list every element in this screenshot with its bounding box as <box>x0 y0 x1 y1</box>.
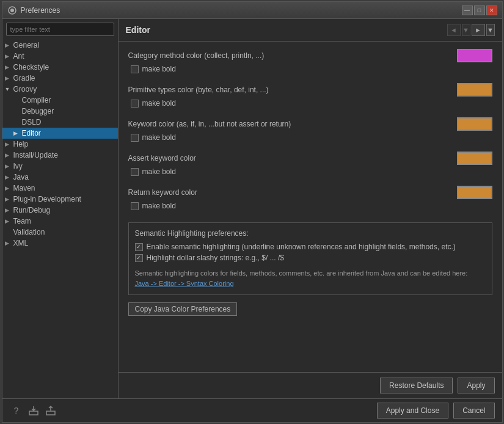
expand-arrow-ivy: ▶ <box>5 163 13 169</box>
restore-defaults-button[interactable]: Restore Defaults <box>380 378 453 393</box>
expand-arrow-team: ▶ <box>5 218 13 224</box>
sidebar-item-gradle[interactable]: ▶ Gradle <box>2 73 118 84</box>
color-label-row: Return keyword color <box>128 186 492 199</box>
color-swatch-keyword[interactable] <box>457 117 492 131</box>
color-row-primitive: Primitive types color (byte, char, def, … <box>128 83 492 108</box>
color-row-return: Return keyword color make bold <box>128 186 492 210</box>
make-bold-label: make bold <box>142 167 176 176</box>
sidebar-item-label: Plug-in Development <box>13 195 81 203</box>
color-row-category-method: Category method color (collect, println,… <box>128 49 492 73</box>
close-button[interactable]: ✕ <box>486 5 497 15</box>
sidebar-item-label: Validation <box>13 228 45 236</box>
syntax-coloring-link[interactable]: Java -> Editor -> Syntax Coloring <box>135 280 234 287</box>
sidebar-item-checkstyle[interactable]: ▶ Checkstyle <box>2 62 118 73</box>
color-swatch-primitive[interactable] <box>457 83 492 97</box>
make-bold-checkbox-assert[interactable] <box>131 168 139 176</box>
expand-arrow-installupdate: ▶ <box>5 152 13 158</box>
forward-dropdown-button[interactable]: ▼ <box>486 24 495 36</box>
sidebar-item-xml[interactable]: ▶ XML <box>2 238 118 249</box>
color-label-assert: Assert keyword color <box>128 154 457 163</box>
sidebar-item-validation[interactable]: Validation <box>2 227 118 238</box>
sidebar: ▶ General ▶ Ant ▶ Checkstyle ▶ Gradle ▼ … <box>2 19 119 398</box>
make-bold-checkbox-return[interactable] <box>131 202 139 210</box>
sidebar-item-team[interactable]: ▶ Team <box>2 216 118 227</box>
sidebar-item-installupdate[interactable]: ▶ Install/Update <box>2 150 118 161</box>
make-bold-checkbox-primitive[interactable] <box>131 100 139 108</box>
sidebar-item-general[interactable]: ▶ General <box>2 40 118 51</box>
semantic-item-dollar: Highlight dollar slashy strings: e.g., $… <box>135 254 486 262</box>
expand-arrow-rundebug: ▶ <box>5 207 13 213</box>
nav-buttons: ◄ ▼ ► ▼ <box>447 24 495 36</box>
sidebar-item-label: Editor <box>22 129 41 137</box>
make-bold-checkbox-keyword[interactable] <box>131 134 139 142</box>
expand-arrow-groovy: ▼ <box>5 86 13 92</box>
apply-button[interactable]: Apply <box>458 378 494 393</box>
sidebar-item-plugin-dev[interactable]: ▶ Plug-in Development <box>2 194 118 205</box>
expand-arrow-help: ▶ <box>5 141 13 147</box>
window-icon <box>7 5 17 15</box>
sidebar-item-label: DSLD <box>22 118 42 126</box>
sidebar-item-label: Groovy <box>13 85 37 93</box>
sidebar-item-rundebug[interactable]: ▶ Run/Debug <box>2 205 118 216</box>
sidebar-item-maven[interactable]: ▶ Maven <box>2 183 118 194</box>
color-swatch-return[interactable] <box>457 186 492 199</box>
window-title: Preferences <box>21 6 462 15</box>
sidebar-item-label: XML <box>13 239 29 247</box>
sidebar-item-ant[interactable]: ▶ Ant <box>2 51 118 62</box>
help-icon[interactable]: ? <box>10 404 23 417</box>
sidebar-item-compiler[interactable]: Compiler <box>2 95 118 106</box>
make-bold-checkbox-category[interactable] <box>131 65 139 73</box>
sidebar-item-label: Checkstyle <box>13 63 49 71</box>
minimize-button[interactable]: — <box>462 5 473 15</box>
page-title: Editor <box>126 25 447 35</box>
title-bar: Preferences — □ ✕ <box>2 2 502 19</box>
color-row-assert: Assert keyword color make bold <box>128 152 492 176</box>
back-dropdown-button[interactable]: ▼ <box>462 24 470 36</box>
color-label-keyword: Keyword color (as, if, in, ...but not as… <box>128 120 457 128</box>
back-button[interactable]: ◄ <box>447 24 461 36</box>
make-bold-row-assert: make bold <box>128 167 492 176</box>
highlight-dollar-label: Highlight dollar slashy strings: e.g., $… <box>147 254 284 262</box>
svg-rect-3 <box>46 411 55 415</box>
forward-button[interactable]: ► <box>472 24 485 36</box>
make-bold-row-keyword: make bold <box>128 133 492 142</box>
bottom-buttons: Apply and Close Cancel <box>377 403 495 419</box>
preferences-window: Preferences — □ ✕ ▶ General ▶ Ant ▶ Che <box>2 1 503 423</box>
color-label-primitive: Primitive types color (byte, char, def, … <box>128 86 457 94</box>
sidebar-item-label: Ivy <box>13 162 23 170</box>
sidebar-item-debugger[interactable]: Debugger <box>2 106 118 117</box>
make-bold-row-primitive: make bold <box>128 99 492 108</box>
sidebar-item-ivy[interactable]: ▶ Ivy <box>2 161 118 172</box>
cancel-button[interactable]: Cancel <box>453 403 494 419</box>
enable-semantic-checkbox[interactable] <box>135 243 143 251</box>
color-label-row: Assert keyword color <box>128 152 492 165</box>
color-swatch-assert[interactable] <box>457 152 492 165</box>
color-label-category-method: Category method color (collect, println,… <box>128 51 457 60</box>
semantic-desc: Semantic highlighting colors for fields,… <box>135 268 486 288</box>
sidebar-item-label: Maven <box>13 184 35 192</box>
maximize-button[interactable]: □ <box>474 5 485 15</box>
sidebar-item-groovy[interactable]: ▼ Groovy <box>2 84 118 95</box>
import-icon[interactable] <box>44 404 57 417</box>
button-bar: Restore Defaults Apply <box>119 372 502 398</box>
sidebar-item-help[interactable]: ▶ Help <box>2 139 118 150</box>
sidebar-item-editor[interactable]: ▶ Editor <box>2 128 118 139</box>
expand-arrow-xml: ▶ <box>5 240 13 246</box>
sidebar-item-java[interactable]: ▶ Java <box>2 172 118 183</box>
window-controls: — □ ✕ <box>462 5 497 15</box>
copy-java-color-prefs-button[interactable]: Copy Java Color Preferences <box>128 302 238 316</box>
highlight-dollar-checkbox[interactable] <box>135 254 143 262</box>
sidebar-item-label: Gradle <box>13 74 35 82</box>
export-icon[interactable] <box>27 404 40 417</box>
search-input[interactable] <box>10 26 110 33</box>
enable-semantic-label: Enable semantic highlighting (underline … <box>147 243 456 251</box>
expand-arrow-gradle: ▶ <box>5 75 13 81</box>
sidebar-item-dsld[interactable]: DSLD <box>2 117 118 128</box>
semantic-title: Semantic Highlighting preferences: <box>135 229 486 238</box>
color-swatch-category-method[interactable] <box>457 49 492 62</box>
sidebar-item-label: Java <box>13 173 29 181</box>
expand-arrow-editor: ▶ <box>13 130 22 136</box>
color-row-keyword: Keyword color (as, if, in, ...but not as… <box>128 117 492 142</box>
expand-arrow-maven: ▶ <box>5 185 13 191</box>
apply-and-close-button[interactable]: Apply and Close <box>377 403 448 419</box>
